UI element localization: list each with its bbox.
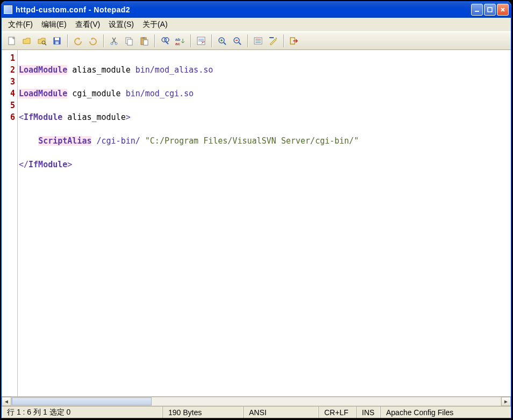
horizontal-scrollbar[interactable]: ◄ ► [2, 396, 511, 406]
toolbar-separator [67, 34, 68, 47]
status-position: 行 1 : 6 列 1 选定 0 [2, 407, 163, 418]
line-number-gutter: 1 2 3 4 5 6 [2, 50, 18, 396]
status-insert-mode: INS [357, 407, 381, 418]
copy-icon[interactable] [122, 34, 136, 48]
line-number: 1 [2, 52, 15, 64]
customize-icon[interactable] [266, 34, 280, 48]
app-icon [4, 5, 12, 14]
svg-line-24 [224, 42, 226, 45]
scroll-right-button[interactable]: ► [501, 397, 511, 406]
window-title: httpd-custom.conf - Notepad2 [16, 5, 471, 14]
code-line[interactable]: <IfModule alias_module> [19, 111, 359, 123]
line-number: 5 [2, 99, 15, 111]
status-bar: 行 1 : 6 列 1 选定 0 190 Bytes ANSI CR+LF IN… [2, 406, 511, 418]
code-line[interactable]: LoadModule alias_module bin/mod_alias.so [19, 64, 359, 76]
browse-icon[interactable] [35, 34, 49, 48]
paste-icon[interactable] [137, 34, 151, 48]
svg-rect-0 [475, 11, 479, 12]
svg-rect-6 [55, 38, 59, 40]
toolbar-separator [247, 34, 248, 47]
menu-about[interactable]: 关于(A) [139, 19, 171, 31]
toolbar-separator [103, 34, 104, 47]
status-filetype: Apache Config Files [381, 407, 511, 418]
undo-icon[interactable] [71, 34, 85, 48]
svg-line-28 [239, 42, 241, 45]
title-bar[interactable]: httpd-custom.conf - Notepad2 [2, 2, 511, 18]
menu-file[interactable]: 文件(F) [5, 19, 36, 31]
menu-settings[interactable]: 设置(S) [105, 19, 137, 31]
window-controls [471, 4, 509, 16]
code-line[interactable]: </IfModule> [19, 159, 359, 170]
toolbar-separator [283, 34, 284, 47]
menu-view[interactable]: 查看(V) [72, 19, 104, 31]
close-button[interactable] [497, 4, 509, 16]
toolbar: abac [2, 32, 511, 50]
scroll-thumb[interactable] [12, 397, 152, 405]
word-wrap-icon[interactable] [194, 34, 208, 48]
zoom-in-icon[interactable] [215, 34, 229, 48]
app-window: httpd-custom.conf - Notepad2 文件(F) 编辑(E)… [1, 1, 511, 418]
zoom-out-icon[interactable] [230, 34, 244, 48]
svg-rect-14 [144, 40, 148, 45]
toolbar-separator [211, 34, 212, 47]
svg-line-4 [45, 44, 46, 45]
line-number: 6 [2, 111, 15, 123]
menu-edit[interactable]: 编辑(E) [38, 19, 70, 31]
redo-icon[interactable] [86, 34, 100, 48]
line-number: 4 [2, 88, 15, 99]
new-icon[interactable] [5, 34, 19, 48]
minimize-button[interactable] [471, 4, 483, 16]
scroll-track[interactable] [11, 397, 501, 406]
line-number: 3 [2, 76, 15, 88]
menu-bar: 文件(F) 编辑(E) 查看(V) 设置(S) 关于(A) [2, 18, 511, 32]
toolbar-separator [190, 34, 191, 47]
maximize-button[interactable] [484, 4, 496, 16]
code-line[interactable]: ScriptAlias /cgi-bin/ "C:/Program Files/… [19, 135, 359, 147]
find-icon[interactable] [158, 34, 172, 48]
status-eol: CR+LF [319, 407, 357, 418]
open-icon[interactable] [20, 34, 34, 48]
status-size: 190 Bytes [163, 407, 244, 418]
svg-rect-1 [488, 8, 492, 12]
replace-icon[interactable]: abac [173, 34, 187, 48]
line-number: 2 [2, 64, 15, 76]
exit-icon[interactable] [287, 34, 301, 48]
scroll-left-button[interactable]: ◄ [2, 397, 11, 406]
code-content[interactable]: LoadModule alias_module bin/mod_alias.so… [19, 52, 359, 206]
svg-rect-7 [55, 41, 59, 44]
toolbar-separator [154, 34, 155, 47]
code-line[interactable]: LoadModule cgi_module bin/mod_cgi.so [19, 88, 359, 99]
svg-rect-11 [127, 39, 132, 45]
status-encoding: ANSI [244, 407, 319, 418]
scheme-icon[interactable] [251, 34, 265, 48]
cut-icon[interactable] [107, 34, 121, 48]
editor-area[interactable]: 1 2 3 4 5 6 LoadModule alias_module bin/… [2, 50, 511, 396]
svg-text:ac: ac [175, 41, 180, 46]
svg-point-8 [111, 42, 113, 45]
svg-rect-34 [269, 37, 274, 38]
svg-rect-13 [142, 37, 145, 39]
save-icon[interactable] [50, 34, 64, 48]
svg-point-9 [115, 42, 117, 45]
svg-point-17 [165, 38, 169, 42]
